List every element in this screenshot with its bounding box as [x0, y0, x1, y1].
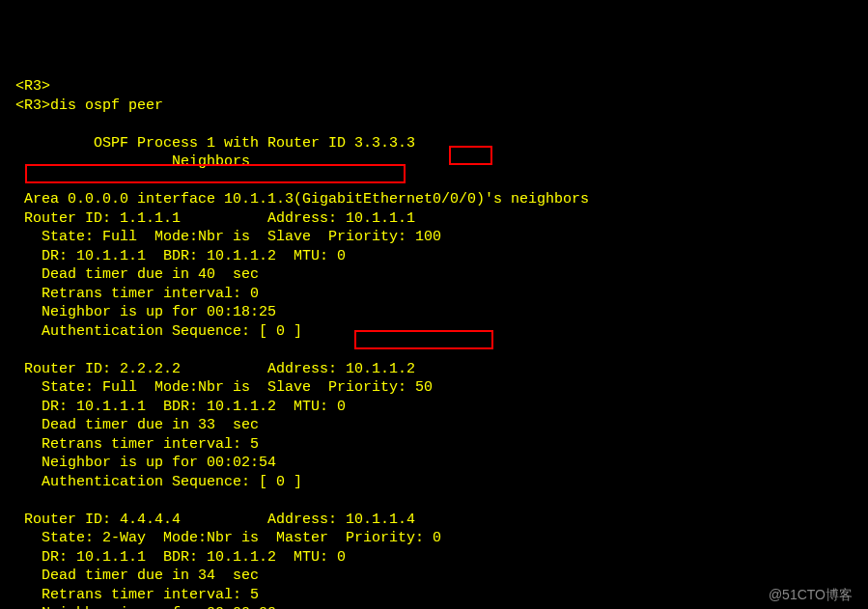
neighbor-1-auth: [ 0 ]: [259, 474, 302, 490]
neighbor-0-mtu: 0: [337, 248, 346, 264]
neighbor-2-dead-timer: 34: [198, 567, 215, 584]
ospf-header-1: OSPF Process 1 with Router ID 3.3.3.3: [94, 135, 415, 152]
neighbor-1-priority: 50: [415, 379, 433, 396]
neighbor-1-uptime: 00:02:54: [207, 455, 276, 471]
neighbor-0-mode: Nbr is Slave: [198, 229, 311, 245]
neighbor-1-retrans: 5: [250, 436, 259, 453]
neighbor-2-uptime: 00:00:00: [207, 605, 276, 609]
ospf-header-2: Neighbors: [172, 153, 250, 170]
neighbor-2-state: 2-Way: [102, 530, 146, 546]
terminal-line-prev: <R3>: [15, 78, 50, 95]
neighbor-0-uptime: 00:18:25: [207, 304, 276, 320]
neighbor-2-priority: 0: [433, 530, 441, 546]
neighbor-1-dead-timer: 33: [198, 417, 215, 433]
neighbor-2-mode: Nbr is Master: [207, 530, 328, 546]
neighbor-0-dead-timer: 40: [198, 266, 215, 283]
neighbor-1-address: 10.1.1.2: [346, 361, 415, 377]
neighbor-1-state: Full: [102, 379, 137, 396]
neighbor-2-retrans: 5: [250, 587, 259, 603]
neighbor-1-bdr: 10.1.1.2: [207, 399, 276, 415]
neighbor-0-state: Full: [102, 229, 137, 245]
neighbor-0-priority: 100: [415, 229, 441, 245]
neighbor-0-address: 10.1.1.1: [346, 210, 415, 227]
neighbor-0-bdr: 10.1.1.2: [207, 248, 276, 264]
neighbor-2-dr: 10.1.1.1: [76, 549, 146, 566]
area-line: Area 0.0.0.0 interface 10.1.1.3(GigabitE…: [24, 191, 589, 208]
neighbor-1-router-id: 2.2.2.2: [120, 361, 181, 377]
highlight-priority-100: [449, 146, 492, 165]
neighbor-2-router-id: 4.4.4.4: [120, 512, 181, 528]
highlight-priority-50: [354, 330, 493, 349]
watermark-text: @51CTO博客: [769, 586, 853, 603]
neighbor-2-mtu: 0: [337, 549, 346, 566]
terminal-command[interactable]: dis ospf peer: [50, 97, 163, 114]
neighbor-2-bdr: 10.1.1.2: [207, 549, 276, 566]
terminal-prompt: <R3>: [15, 97, 50, 114]
neighbor-1-dr: 10.1.1.1: [76, 399, 146, 415]
neighbor-1-mode: Nbr is Slave: [198, 379, 311, 396]
neighbor-0-retrans: 0: [250, 286, 259, 302]
neighbor-0-router-id: 1.1.1.1: [120, 210, 181, 227]
neighbor-1-mtu: 0: [337, 399, 346, 415]
neighbor-0-dr: 10.1.1.1: [76, 248, 146, 264]
neighbor-0-auth: [ 0 ]: [259, 323, 302, 340]
neighbor-2-address: 10.1.1.4: [346, 512, 415, 528]
